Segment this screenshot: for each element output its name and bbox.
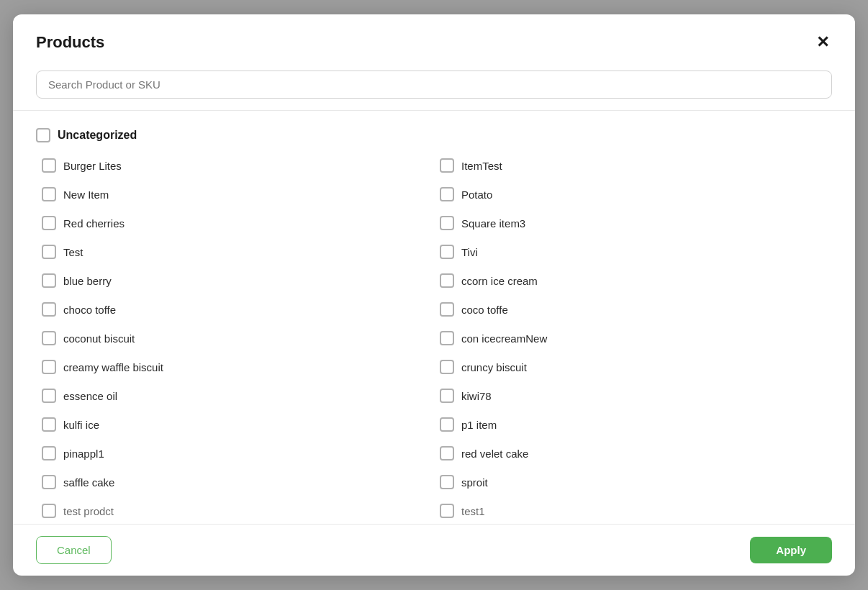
list-item: Test [36, 237, 434, 266]
item-checkbox-itemtest[interactable] [440, 158, 454, 173]
item-checkbox-test1[interactable] [440, 504, 454, 518]
item-label: p1 item [461, 419, 497, 431]
item-checkbox-coconut-biscuit[interactable] [42, 331, 56, 345]
item-label: pinappl1 [63, 448, 104, 460]
item-checkbox-ccorn-ice-cream[interactable] [440, 273, 454, 288]
list-item: creamy waffle biscuit [36, 353, 434, 381]
item-label: kiwi78 [461, 390, 492, 402]
item-checkbox-red-velet-cake[interactable] [440, 446, 454, 460]
modal-title: Products [36, 33, 104, 52]
item-checkbox-square-item3[interactable] [440, 216, 454, 230]
item-checkbox-new-item[interactable] [42, 187, 56, 201]
item-checkbox-cruncy-biscuit[interactable] [440, 360, 454, 374]
list-item: red velet cake [434, 439, 832, 468]
item-checkbox-blue-berry[interactable] [42, 273, 56, 288]
item-label: Test [63, 246, 83, 258]
item-checkbox-potato[interactable] [440, 187, 454, 201]
item-checkbox-test-prodct[interactable] [42, 504, 56, 518]
apply-button[interactable]: Apply [750, 537, 832, 563]
item-label: essence oil [63, 390, 117, 402]
item-checkbox-kiwi78[interactable] [440, 389, 454, 403]
item-checkbox-test[interactable] [42, 245, 56, 259]
item-checkbox-coco-toffe[interactable] [440, 302, 454, 317]
list-item: sproit [434, 468, 832, 496]
item-label: Square item3 [461, 217, 525, 230]
items-left-column: Burger Lites New Item Red cherries Test [36, 151, 434, 524]
category-checkbox[interactable] [36, 128, 50, 142]
item-label: coconut biscuit [63, 332, 135, 345]
item-label: Red cherries [63, 217, 125, 230]
item-checkbox-kulfi-ice[interactable] [42, 417, 56, 432]
items-grid: Burger Lites New Item Red cherries Test [36, 151, 832, 524]
close-button[interactable]: ✕ [813, 32, 832, 53]
item-checkbox-choco-toffe[interactable] [42, 302, 56, 317]
list-item: Potato [434, 180, 832, 209]
list-item: test prodct [36, 496, 434, 524]
list-item: ccorn ice cream [434, 266, 832, 295]
list-item: pinappl1 [36, 439, 434, 468]
category-label: Uncategorized [58, 129, 137, 142]
item-checkbox-con-icecream-new[interactable] [440, 331, 454, 345]
item-checkbox-essence-oil[interactable] [42, 389, 56, 403]
item-label: ccorn ice cream [461, 275, 538, 287]
list-item: kulfi ice [36, 410, 434, 439]
list-item: saffle cake [36, 468, 434, 496]
item-label: coco toffe [461, 304, 508, 316]
list-item: coco toffe [434, 295, 832, 324]
list-item: ItemTest [434, 151, 832, 180]
list-item: choco toffe [36, 295, 434, 324]
list-item: Tivi [434, 237, 832, 266]
item-checkbox-p1-item[interactable] [440, 417, 454, 432]
item-checkbox-burger-lites[interactable] [42, 158, 56, 173]
modal-footer: Cancel Apply [13, 524, 855, 576]
modal-header: Products ✕ [13, 14, 855, 65]
item-label: red velet cake [461, 448, 528, 460]
item-label: ItemTest [461, 160, 502, 172]
item-label: Potato [461, 189, 492, 201]
item-checkbox-tivi[interactable] [440, 245, 454, 259]
list-item: test1 [434, 496, 832, 524]
list-item: essence oil [36, 381, 434, 410]
item-label: Tivi [461, 246, 478, 258]
item-checkbox-creamy-waffle-biscuit[interactable] [42, 360, 56, 374]
list-item: blue berry [36, 266, 434, 295]
item-label: choco toffe [63, 304, 116, 316]
list-item: p1 item [434, 410, 832, 439]
item-label: blue berry [63, 275, 112, 287]
list-item: coconut biscuit [36, 324, 434, 353]
category-header: Uncategorized [36, 117, 832, 151]
products-modal: Products ✕ Uncategorized Burger Lites [13, 14, 855, 576]
item-label: Burger Lites [63, 160, 122, 172]
item-checkbox-pinappl1[interactable] [42, 446, 56, 460]
item-checkbox-saffle-cake[interactable] [42, 475, 56, 489]
item-label: cruncy biscuit [461, 361, 527, 373]
list-item: New Item [36, 180, 434, 209]
item-label: creamy waffle biscuit [63, 361, 163, 373]
search-input[interactable] [36, 71, 832, 99]
list-item: Square item3 [434, 209, 832, 237]
list-item: cruncy biscuit [434, 353, 832, 381]
search-section [13, 65, 855, 110]
item-label: New Item [63, 189, 109, 201]
item-checkbox-sproit[interactable] [440, 475, 454, 489]
list-item: Red cherries [36, 209, 434, 237]
item-checkbox-red-cherries[interactable] [42, 216, 56, 230]
modal-overlay: Products ✕ Uncategorized Burger Lites [0, 0, 868, 590]
item-label: kulfi ice [63, 419, 99, 431]
list-item: Burger Lites [36, 151, 434, 180]
item-label: test prodct [63, 505, 114, 517]
items-right-column: ItemTest Potato Square item3 Tivi [434, 151, 832, 524]
item-label: saffle cake [63, 476, 114, 489]
modal-body: Uncategorized Burger Lites New Item [13, 110, 855, 524]
item-label: con icecreamNew [461, 332, 547, 345]
list-item: kiwi78 [434, 381, 832, 410]
item-label: test1 [461, 505, 485, 517]
item-label: sproit [461, 476, 488, 489]
list-item: con icecreamNew [434, 324, 832, 353]
cancel-button[interactable]: Cancel [36, 536, 112, 564]
